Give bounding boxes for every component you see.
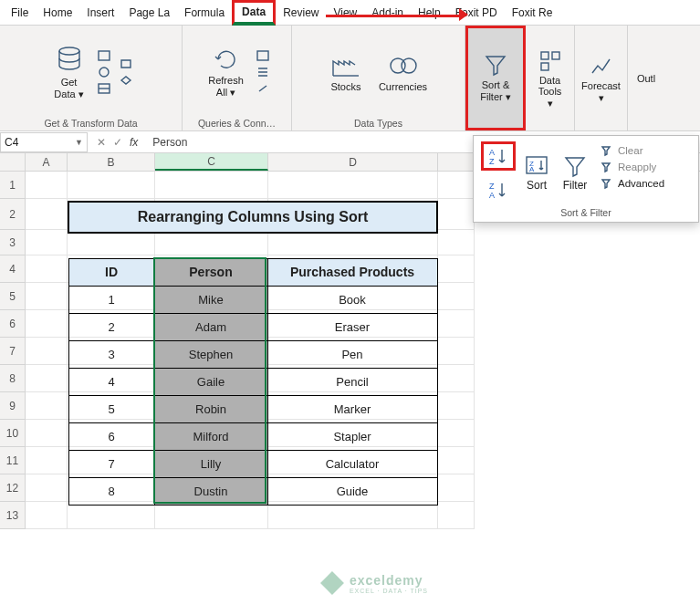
cell[interactable]	[438, 172, 475, 199]
cell[interactable]	[438, 255, 475, 283]
cell[interactable]	[26, 474, 68, 502]
cell-id[interactable]: 8	[68, 477, 154, 505]
tab-data[interactable]: Data	[232, 0, 276, 26]
cell-id[interactable]: 3	[68, 340, 154, 368]
sort-za-button[interactable]: ZA	[481, 176, 516, 203]
cell-product[interactable]: Pen	[267, 340, 437, 368]
cell-product[interactable]: Guide	[267, 477, 437, 505]
cell-person[interactable]: Dustin	[154, 477, 267, 505]
row-header-3[interactable]: 3	[0, 230, 26, 255]
cell[interactable]	[68, 502, 155, 529]
row-header-6[interactable]: 6	[0, 310, 26, 338]
cell-id[interactable]: 5	[68, 395, 154, 422]
recent-sources-icon[interactable]	[118, 57, 134, 71]
sort-button[interactable]: ZA Sort	[519, 141, 554, 203]
row-header-5[interactable]: 5	[0, 283, 26, 310]
cell-person[interactable]: Stephen	[154, 340, 267, 368]
cell[interactable]	[26, 338, 68, 365]
tab-formula[interactable]: Formula	[177, 0, 232, 26]
tab-add-in[interactable]: Add-in	[364, 0, 411, 26]
cell[interactable]	[268, 502, 438, 529]
fx-icon[interactable]: fx	[130, 136, 138, 149]
tab-home[interactable]: Home	[36, 0, 79, 26]
tab-page-la[interactable]: Page La	[121, 0, 177, 26]
cell[interactable]	[438, 365, 475, 392]
advanced-button[interactable]: Advanced	[596, 176, 668, 191]
tab-review[interactable]: Review	[276, 0, 326, 26]
cell[interactable]	[438, 338, 475, 365]
column-header-D[interactable]: D	[268, 153, 438, 171]
cell[interactable]	[26, 230, 68, 255]
cell[interactable]	[155, 502, 268, 529]
queries-conn-icon[interactable]	[255, 48, 271, 63]
forecast-button[interactable]: Forecast ▾	[576, 51, 626, 107]
row-header-2[interactable]: 2	[0, 199, 26, 230]
row-header-13[interactable]: 13	[0, 502, 26, 529]
name-box[interactable]: C4 ▼	[0, 132, 88, 152]
clear-button[interactable]: Clear	[596, 143, 668, 158]
filter-button[interactable]: Filter	[558, 141, 592, 203]
existing-conn-icon[interactable]	[118, 73, 134, 88]
cell-product[interactable]: Marker	[267, 395, 437, 422]
cell-person[interactable]: Robin	[154, 395, 267, 422]
cell[interactable]	[438, 447, 475, 474]
properties-icon[interactable]	[255, 65, 271, 79]
row-header-11[interactable]: 11	[0, 447, 26, 474]
cell[interactable]	[438, 310, 475, 338]
column-header-C[interactable]: C	[155, 153, 268, 171]
cell[interactable]	[26, 447, 68, 474]
cell-id[interactable]: 2	[68, 313, 154, 340]
column-header-B[interactable]: B	[68, 153, 155, 171]
currencies-button[interactable]: Currencies	[373, 48, 433, 97]
tab-file[interactable]: File	[4, 0, 36, 26]
cell[interactable]	[268, 172, 438, 199]
edit-links-icon[interactable]	[255, 81, 271, 96]
cell[interactable]	[26, 283, 68, 310]
cell-product[interactable]: Calculator	[267, 450, 437, 477]
data-tools-button[interactable]: Data Tools ▾	[529, 46, 570, 113]
cell[interactable]	[26, 172, 68, 199]
cell-person[interactable]: Milford	[154, 422, 267, 450]
row-header-7[interactable]: 7	[0, 338, 26, 365]
from-table-icon[interactable]	[96, 81, 112, 96]
cell[interactable]	[438, 474, 475, 502]
cell[interactable]	[26, 199, 68, 230]
column-header-A[interactable]: A	[26, 153, 68, 171]
cancel-icon[interactable]: ✕	[97, 136, 106, 149]
cell-person[interactable]: Adam	[154, 313, 267, 340]
row-header-8[interactable]: 8	[0, 365, 26, 392]
stocks-button[interactable]: Stocks	[324, 48, 368, 97]
cell-product[interactable]: Eraser	[267, 313, 437, 340]
chevron-down-icon[interactable]: ▼	[75, 138, 83, 147]
cell-product[interactable]: Book	[267, 286, 437, 313]
sort-az-button[interactable]: AZ	[481, 141, 516, 171]
cell-person[interactable]: Lilly	[154, 450, 267, 477]
cell[interactable]	[26, 420, 68, 447]
enter-icon[interactable]: ✓	[113, 136, 122, 149]
cell[interactable]	[26, 392, 68, 420]
reapply-button[interactable]: Reapply	[596, 160, 668, 174]
outline-button[interactable]: Outl	[632, 69, 661, 89]
cell-id[interactable]: 6	[68, 422, 154, 450]
cell-product[interactable]: Pencil	[267, 368, 437, 395]
from-text-icon[interactable]	[96, 48, 112, 63]
get-data-button[interactable]: Get Data ▾	[48, 40, 90, 103]
tab-foxit-pd[interactable]: Foxit PD	[448, 0, 505, 26]
cell-id[interactable]: 4	[68, 368, 154, 395]
cell[interactable]	[438, 392, 475, 420]
row-header-12[interactable]: 12	[0, 474, 26, 502]
row-header-10[interactable]: 10	[0, 420, 26, 447]
select-all-corner[interactable]	[0, 153, 26, 171]
tab-insert[interactable]: Insert	[79, 0, 121, 26]
column-header-blank[interactable]	[438, 153, 475, 171]
cell[interactable]	[438, 502, 475, 529]
tab-foxit-re[interactable]: Foxit Re	[505, 0, 560, 26]
cell[interactable]	[155, 172, 268, 199]
tab-help[interactable]: Help	[411, 0, 448, 26]
sort-filter-button[interactable]: Sort & Filter ▾	[475, 48, 517, 106]
cell[interactable]	[26, 310, 68, 338]
row-header-4[interactable]: 4	[0, 255, 26, 283]
cell-id[interactable]: 7	[68, 450, 154, 477]
cell[interactable]	[438, 230, 475, 255]
cell-id[interactable]: 1	[68, 286, 154, 313]
